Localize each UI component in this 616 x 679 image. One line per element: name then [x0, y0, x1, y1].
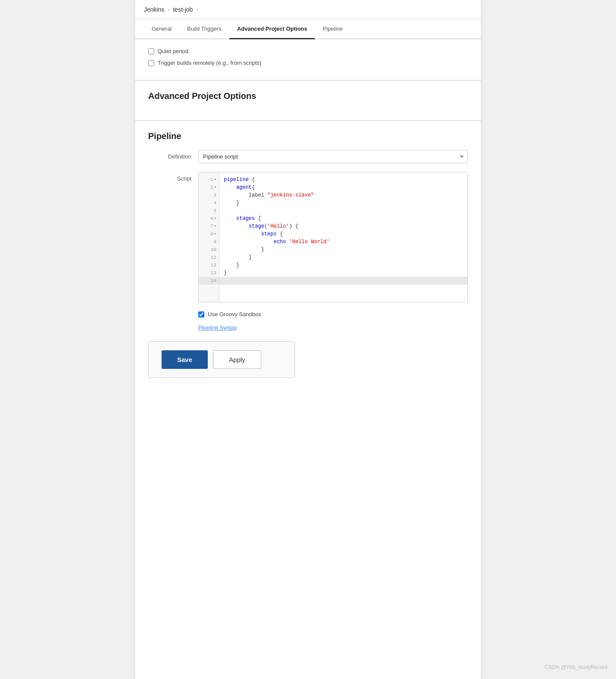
line-num-8: 8▾ [199, 230, 219, 238]
script-row: Script 1▾ 2▾ 3 4 5 6▾ 7▾ [148, 172, 468, 302]
breadcrumb: Jenkins › test-job › [135, 0, 481, 19]
line-num-11: 11 [199, 254, 219, 261]
definition-label: Definition [148, 150, 191, 160]
script-label: Script [148, 172, 191, 182]
trigger-remotely-checkbox[interactable] [148, 60, 154, 66]
code-content: pipeline { agent{ label "jenkins-slave" … [219, 172, 467, 302]
script-control: 1▾ 2▾ 3 4 5 6▾ 7▾ 8▾ 9 10 11 [198, 172, 468, 302]
line-num-13: 13 [199, 269, 219, 277]
breadcrumb-jenkins[interactable]: Jenkins [144, 6, 164, 13]
line-numbers: 1▾ 2▾ 3 4 5 6▾ 7▾ 8▾ 9 10 11 [199, 172, 219, 302]
build-triggers-section: Quiet period Trigger builds remotely (e.… [135, 39, 481, 81]
tabs-bar: General Build Triggers Advanced Project … [135, 19, 481, 39]
code-line-8: steps { [219, 230, 467, 238]
save-button[interactable]: Save [162, 350, 208, 369]
line-num-2: 2▾ [199, 184, 219, 191]
tab-build-triggers[interactable]: Build Triggers [179, 19, 229, 39]
code-line-4: } [219, 199, 467, 207]
definition-select[interactable]: Pipeline script Pipeline script from SCM [198, 150, 468, 163]
line-num-12: 12 [199, 261, 219, 269]
trigger-remotely-row: Trigger builds remotely (e.g., from scri… [148, 60, 468, 66]
groovy-sandbox-label: Use Groovy Sandbox [208, 311, 261, 317]
code-line-6: stages { [219, 215, 467, 222]
line-num-10: 10 [199, 246, 219, 254]
code-line-5 [219, 207, 467, 215]
tab-advanced-project-options[interactable]: Advanced Project Options [229, 19, 315, 39]
trigger-remotely-label: Trigger builds remotely (e.g., from scri… [158, 60, 261, 66]
script-editor[interactable]: 1▾ 2▾ 3 4 5 6▾ 7▾ 8▾ 9 10 11 [198, 172, 468, 302]
quiet-period-label: Quiet period [158, 48, 188, 54]
line-num-6: 6▾ [199, 215, 219, 222]
code-line-1: pipeline { [219, 176, 467, 184]
definition-row: Definition Pipeline script Pipeline scri… [148, 150, 468, 163]
action-bar: Save Apply [148, 341, 295, 378]
line-num-1: 1▾ [199, 176, 219, 184]
code-line-7: stage('Hello') { [219, 222, 467, 230]
apply-button[interactable]: Apply [213, 350, 261, 369]
breadcrumb-sep-2: › [196, 6, 198, 13]
code-line-11: } [219, 254, 467, 261]
quiet-period-row: Quiet period [148, 48, 468, 54]
pipeline-syntax-link[interactable]: Pipeline Syntax [198, 324, 468, 331]
code-line-13: } [219, 269, 467, 277]
breadcrumb-test-job[interactable]: test-job [173, 6, 193, 13]
line-num-9: 9 [199, 238, 219, 246]
breadcrumb-sep-1: › [168, 6, 169, 13]
code-line-14 [219, 277, 467, 285]
tab-general[interactable]: General [144, 19, 179, 39]
advanced-project-options-section: Advanced Project Options [135, 81, 481, 121]
code-line-9: echo 'Hello World' [219, 238, 467, 246]
code-line-3: label "jenkins-slave" [219, 191, 467, 199]
line-num-3: 3 [199, 191, 219, 199]
tab-pipeline[interactable]: Pipeline [315, 19, 350, 39]
line-num-5: 5 [199, 207, 219, 215]
code-line-2: agent{ [219, 184, 467, 191]
quiet-period-checkbox[interactable] [148, 48, 154, 54]
line-num-4: 4 [199, 199, 219, 207]
groovy-sandbox-checkbox[interactable] [198, 311, 204, 317]
advanced-project-options-title: Advanced Project Options [148, 91, 468, 101]
code-line-12: } [219, 261, 467, 269]
definition-control: Pipeline script Pipeline script from SCM [198, 150, 468, 163]
groovy-sandbox-row: Use Groovy Sandbox [198, 311, 468, 317]
line-num-14: 14 [199, 277, 219, 285]
pipeline-section: Pipeline Definition Pipeline script Pipe… [135, 121, 481, 401]
line-num-7: 7▾ [199, 222, 219, 230]
code-line-10: } [219, 246, 467, 254]
pipeline-title: Pipeline [148, 131, 468, 141]
